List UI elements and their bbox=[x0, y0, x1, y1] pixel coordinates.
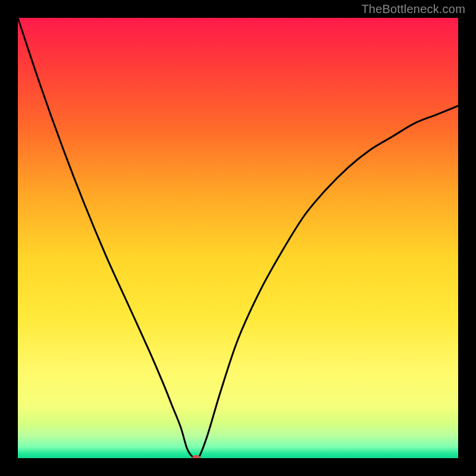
plot-area bbox=[18, 18, 458, 458]
bottleneck-curve-path bbox=[18, 18, 458, 458]
minimum-marker bbox=[192, 455, 201, 458]
chart-frame: TheBottleneck.com bbox=[0, 0, 476, 476]
watermark-text: TheBottleneck.com bbox=[361, 2, 465, 16]
curve-svg bbox=[18, 18, 458, 458]
